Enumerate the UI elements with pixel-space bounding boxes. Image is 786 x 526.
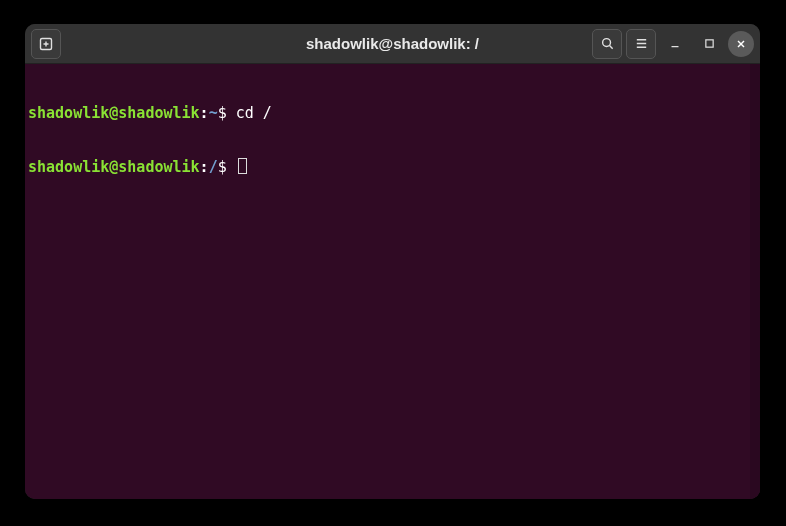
- prompt-symbol: $: [218, 158, 236, 176]
- scrollbar[interactable]: [750, 64, 760, 499]
- titlebar-right-group: [592, 29, 754, 59]
- maximize-icon: [703, 37, 716, 50]
- svg-rect-9: [705, 40, 712, 47]
- titlebar: shadowlik@shadowlik: /: [25, 24, 760, 64]
- new-tab-icon: [38, 36, 54, 52]
- close-icon: [735, 38, 747, 50]
- search-button[interactable]: [592, 29, 622, 59]
- command-text: cd /: [236, 104, 272, 122]
- prompt-path: ~: [209, 104, 218, 122]
- minimize-icon: [668, 37, 682, 51]
- minimize-button[interactable]: [660, 29, 690, 59]
- prompt-colon: :: [200, 158, 209, 176]
- search-icon: [600, 36, 615, 51]
- prompt-path: /: [209, 158, 218, 176]
- svg-point-3: [602, 39, 610, 47]
- terminal-line: shadowlik@shadowlik:/$: [27, 158, 758, 176]
- prompt-colon: :: [200, 104, 209, 122]
- svg-line-4: [609, 46, 612, 49]
- terminal-cursor: [238, 158, 247, 174]
- hamburger-menu-icon: [634, 36, 649, 51]
- prompt-user: shadowlik@shadowlik: [28, 104, 200, 122]
- prompt-symbol: $: [218, 104, 236, 122]
- terminal-content: shadowlik@shadowlik:~$ cd / shadowlik@sh…: [27, 68, 758, 495]
- maximize-button[interactable]: [694, 29, 724, 59]
- terminal-window: shadowlik@shadowlik: /: [25, 24, 760, 499]
- close-button[interactable]: [728, 31, 754, 57]
- new-tab-button[interactable]: [31, 29, 61, 59]
- titlebar-left-group: [31, 29, 61, 59]
- menu-button[interactable]: [626, 29, 656, 59]
- terminal-line: shadowlik@shadowlik:~$ cd /: [27, 104, 758, 122]
- terminal-body[interactable]: shadowlik@shadowlik:~$ cd / shadowlik@sh…: [25, 64, 760, 499]
- prompt-user: shadowlik@shadowlik: [28, 158, 200, 176]
